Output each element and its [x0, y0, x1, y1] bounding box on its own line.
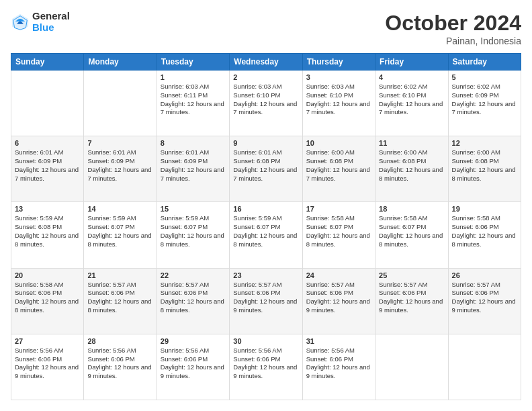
calendar-cell-w4-d2: 29Sunrise: 5:56 AM Sunset: 6:06 PM Dayli…	[157, 334, 229, 400]
day-info: Sunrise: 5:57 AM Sunset: 6:06 PM Dayligh…	[452, 281, 517, 315]
calendar-cell-w1-d2: 8Sunrise: 6:01 AM Sunset: 6:09 PM Daylig…	[157, 136, 229, 202]
header-sunday: Sunday	[11, 54, 84, 71]
day-info: Sunrise: 5:57 AM Sunset: 6:06 PM Dayligh…	[161, 281, 226, 315]
page: General Blue October 2024 Painan, Indone…	[0, 0, 532, 411]
calendar-cell-w1-d6: 12Sunrise: 6:00 AM Sunset: 6:08 PM Dayli…	[448, 136, 521, 202]
calendar-table: Sunday Monday Tuesday Wednesday Thursday…	[11, 53, 521, 400]
title-block: October 2024 Painan, Indonesia	[385, 11, 521, 46]
calendar-cell-w2-d5: 18Sunrise: 5:58 AM Sunset: 6:07 PM Dayli…	[375, 202, 448, 268]
calendar-cell-w0-d2: 1Sunrise: 6:03 AM Sunset: 6:11 PM Daylig…	[157, 71, 229, 136]
day-number: 13	[15, 205, 80, 213]
calendar-cell-w2-d0: 13Sunrise: 5:59 AM Sunset: 6:08 PM Dayli…	[11, 202, 84, 268]
day-number: 9	[233, 139, 298, 147]
day-info: Sunrise: 5:57 AM Sunset: 6:06 PM Dayligh…	[87, 281, 152, 315]
header-thursday: Thursday	[302, 54, 375, 71]
day-number: 11	[379, 139, 444, 147]
day-number: 18	[379, 205, 444, 213]
day-info: Sunrise: 5:59 AM Sunset: 6:07 PM Dayligh…	[87, 214, 152, 248]
day-number: 1	[161, 73, 226, 81]
calendar-cell-w0-d3: 2Sunrise: 6:03 AM Sunset: 6:10 PM Daylig…	[230, 71, 302, 136]
day-info: Sunrise: 6:01 AM Sunset: 6:09 PM Dayligh…	[15, 148, 80, 183]
calendar-cell-w1-d0: 6Sunrise: 6:01 AM Sunset: 6:09 PM Daylig…	[11, 136, 84, 202]
day-info: Sunrise: 5:58 AM Sunset: 6:07 PM Dayligh…	[379, 214, 444, 248]
day-info: Sunrise: 6:02 AM Sunset: 6:10 PM Dayligh…	[379, 83, 444, 117]
day-number: 22	[161, 271, 226, 279]
logo: General Blue	[11, 11, 70, 33]
header-saturday: Saturday	[448, 54, 521, 71]
header-tuesday: Tuesday	[157, 54, 229, 71]
calendar-cell-w3-d1: 21Sunrise: 5:57 AM Sunset: 6:06 PM Dayli…	[84, 268, 157, 334]
day-info: Sunrise: 5:59 AM Sunset: 6:07 PM Dayligh…	[233, 214, 298, 248]
day-info: Sunrise: 5:56 AM Sunset: 6:06 PM Dayligh…	[15, 347, 80, 381]
day-info: Sunrise: 5:56 AM Sunset: 6:06 PM Dayligh…	[87, 347, 152, 381]
logo-icon	[11, 13, 30, 32]
day-number: 10	[306, 139, 371, 147]
day-number: 30	[233, 337, 298, 345]
week-row-3: 20Sunrise: 5:58 AM Sunset: 6:06 PM Dayli…	[11, 268, 521, 334]
calendar-cell-w3-d2: 22Sunrise: 5:57 AM Sunset: 6:06 PM Dayli…	[157, 268, 229, 334]
calendar-cell-w4-d1: 28Sunrise: 5:56 AM Sunset: 6:06 PM Dayli…	[84, 334, 157, 400]
header-monday: Monday	[84, 54, 157, 71]
calendar-cell-w0-d1	[84, 71, 157, 136]
week-row-0: 1Sunrise: 6:03 AM Sunset: 6:11 PM Daylig…	[11, 71, 521, 136]
day-number: 2	[233, 73, 298, 81]
day-info: Sunrise: 6:02 AM Sunset: 6:09 PM Dayligh…	[452, 83, 517, 117]
header: General Blue October 2024 Painan, Indone…	[11, 11, 521, 46]
calendar-cell-w3-d0: 20Sunrise: 5:58 AM Sunset: 6:06 PM Dayli…	[11, 268, 84, 334]
day-number: 21	[87, 271, 152, 279]
day-info: Sunrise: 5:58 AM Sunset: 6:06 PM Dayligh…	[452, 214, 517, 248]
day-info: Sunrise: 5:57 AM Sunset: 6:06 PM Dayligh…	[233, 281, 298, 315]
day-info: Sunrise: 6:00 AM Sunset: 6:08 PM Dayligh…	[452, 148, 517, 183]
day-number: 29	[161, 337, 226, 345]
calendar-cell-w0-d4: 3Sunrise: 6:03 AM Sunset: 6:10 PM Daylig…	[302, 71, 375, 136]
calendar-cell-w4-d4: 31Sunrise: 5:56 AM Sunset: 6:06 PM Dayli…	[302, 334, 375, 400]
day-info: Sunrise: 5:56 AM Sunset: 6:06 PM Dayligh…	[233, 347, 298, 381]
day-info: Sunrise: 6:03 AM Sunset: 6:10 PM Dayligh…	[233, 83, 298, 117]
location: Painan, Indonesia	[385, 36, 521, 46]
day-number: 5	[452, 73, 517, 81]
day-number: 25	[379, 271, 444, 279]
day-number: 23	[233, 271, 298, 279]
header-wednesday: Wednesday	[230, 54, 302, 71]
calendar-cell-w1-d4: 10Sunrise: 6:00 AM Sunset: 6:08 PM Dayli…	[302, 136, 375, 202]
calendar-cell-w3-d4: 24Sunrise: 5:57 AM Sunset: 6:06 PM Dayli…	[302, 268, 375, 334]
week-row-1: 6Sunrise: 6:01 AM Sunset: 6:09 PM Daylig…	[11, 136, 521, 202]
calendar-cell-w1-d5: 11Sunrise: 6:00 AM Sunset: 6:08 PM Dayli…	[375, 136, 448, 202]
calendar-cell-w4-d5	[375, 334, 448, 400]
calendar-cell-w4-d0: 27Sunrise: 5:56 AM Sunset: 6:06 PM Dayli…	[11, 334, 84, 400]
logo-blue-text: Blue	[32, 22, 70, 34]
day-info: Sunrise: 5:56 AM Sunset: 6:06 PM Dayligh…	[306, 347, 371, 381]
day-info: Sunrise: 6:01 AM Sunset: 6:08 PM Dayligh…	[233, 148, 298, 183]
calendar-cell-w2-d1: 14Sunrise: 5:59 AM Sunset: 6:07 PM Dayli…	[84, 202, 157, 268]
calendar-cell-w2-d2: 15Sunrise: 5:59 AM Sunset: 6:07 PM Dayli…	[157, 202, 229, 268]
week-row-4: 27Sunrise: 5:56 AM Sunset: 6:06 PM Dayli…	[11, 334, 521, 400]
day-number: 6	[15, 139, 80, 147]
day-info: Sunrise: 5:59 AM Sunset: 6:07 PM Dayligh…	[161, 214, 226, 248]
day-number: 3	[306, 73, 371, 81]
month-title: October 2024	[385, 11, 521, 36]
day-number: 17	[306, 205, 371, 213]
day-info: Sunrise: 6:00 AM Sunset: 6:08 PM Dayligh…	[306, 148, 371, 183]
day-info: Sunrise: 6:01 AM Sunset: 6:09 PM Dayligh…	[161, 148, 226, 183]
day-number: 27	[15, 337, 80, 345]
calendar-cell-w3-d5: 25Sunrise: 5:57 AM Sunset: 6:06 PM Dayli…	[375, 268, 448, 334]
calendar-cell-w1-d1: 7Sunrise: 6:01 AM Sunset: 6:09 PM Daylig…	[84, 136, 157, 202]
day-info: Sunrise: 5:59 AM Sunset: 6:08 PM Dayligh…	[15, 214, 80, 248]
calendar-cell-w1-d3: 9Sunrise: 6:01 AM Sunset: 6:08 PM Daylig…	[230, 136, 302, 202]
day-info: Sunrise: 5:57 AM Sunset: 6:06 PM Dayligh…	[379, 281, 444, 315]
day-number: 28	[87, 337, 152, 345]
day-number: 14	[87, 205, 152, 213]
calendar-cell-w2-d6: 19Sunrise: 5:58 AM Sunset: 6:06 PM Dayli…	[448, 202, 521, 268]
calendar-cell-w0-d6: 5Sunrise: 6:02 AM Sunset: 6:09 PM Daylig…	[448, 71, 521, 136]
day-number: 31	[306, 337, 371, 345]
calendar-cell-w2-d3: 16Sunrise: 5:59 AM Sunset: 6:07 PM Dayli…	[230, 202, 302, 268]
day-number: 7	[87, 139, 152, 147]
weekday-header-row: Sunday Monday Tuesday Wednesday Thursday…	[11, 54, 521, 71]
day-number: 16	[233, 205, 298, 213]
week-row-2: 13Sunrise: 5:59 AM Sunset: 6:08 PM Dayli…	[11, 202, 521, 268]
day-info: Sunrise: 5:58 AM Sunset: 6:07 PM Dayligh…	[306, 214, 371, 248]
day-info: Sunrise: 6:03 AM Sunset: 6:10 PM Dayligh…	[306, 83, 371, 117]
day-number: 8	[161, 139, 226, 147]
calendar-cell-w3-d3: 23Sunrise: 5:57 AM Sunset: 6:06 PM Dayli…	[230, 268, 302, 334]
day-number: 12	[452, 139, 517, 147]
